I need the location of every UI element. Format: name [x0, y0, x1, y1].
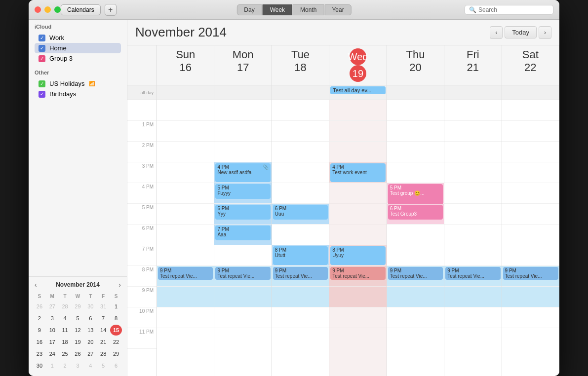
mini-cal-day[interactable]: 4	[59, 313, 71, 324]
mini-cal-day[interactable]: 13	[84, 325, 96, 336]
day-col-thu[interactable]: 5 PM Test group 😊... 6 PM Test Group3	[387, 100, 444, 376]
time-label-4pm: 4 PM	[127, 183, 157, 204]
view-month-button[interactable]: Month	[293, 4, 324, 15]
mini-cal-day[interactable]: 11	[59, 325, 71, 336]
mini-cal-day[interactable]: 12	[72, 325, 84, 336]
event-mon-yyy[interactable]: 6 PM Yyy	[214, 204, 271, 225]
event-mon-fuyyy[interactable]: 5 PM Fuyyy	[214, 183, 271, 204]
mini-cal-day[interactable]: 8	[110, 313, 122, 324]
mini-cal-day[interactable]: 26	[34, 301, 45, 312]
work-checkbox[interactable]: ✓	[39, 35, 45, 41]
mini-cal-day[interactable]: 27	[84, 348, 96, 359]
mini-cal-day[interactable]: 17	[46, 337, 58, 347]
us-holidays-checkbox[interactable]: ✓	[39, 80, 45, 87]
day-col-sun[interactable]: 9 PM Test repeat Vie...	[157, 100, 214, 376]
mini-cal-day[interactable]: 4	[84, 360, 96, 371]
event-fri-repeat[interactable]: 9 PM Test repeat Vie...	[444, 266, 501, 287]
mini-cal-day[interactable]: 22	[110, 337, 122, 347]
mini-cal-day[interactable]: 21	[97, 337, 109, 347]
all-day-wed[interactable]: Test all day ev...	[329, 85, 387, 100]
mini-cal-day[interactable]: 5	[97, 360, 109, 371]
home-checkbox[interactable]: ✓	[39, 45, 45, 52]
mini-cal-day[interactable]: 7	[97, 313, 109, 324]
mini-cal-day[interactable]: 1	[46, 360, 58, 371]
search-box[interactable]: 🔍	[465, 5, 553, 15]
day-col-sat[interactable]: 9 PM Test repeat Vie...	[502, 100, 559, 376]
mini-cal-day[interactable]: 28	[59, 301, 71, 312]
event-thu-repeat[interactable]: 9 PM Test repeat Vie...	[387, 266, 444, 287]
cal-prev-button[interactable]: ‹	[490, 26, 503, 39]
view-day-button[interactable]: Day	[236, 4, 262, 15]
mini-cal-day[interactable]: 10	[46, 325, 58, 336]
event-wed-testwork[interactable]: 4 PM Test work event	[329, 162, 386, 183]
mini-cal-day[interactable]: 26	[72, 348, 84, 359]
time-scroll-area[interactable]: 1 PM 2 PM 3 PM 4 PM 5 PM 6 PM 7 PM 8 PM …	[127, 100, 559, 376]
mini-cal-day[interactable]: 16	[34, 337, 45, 347]
mini-cal-prev[interactable]: ‹	[33, 281, 39, 289]
event-tue-repeat[interactable]: 9 PM Test repeat Vie...	[272, 266, 329, 287]
event-wed-uyuy[interactable]: 8 PM Uyuy	[329, 245, 386, 266]
mini-cal-day[interactable]: 1	[110, 301, 122, 312]
mini-cal-day[interactable]: 19	[72, 337, 84, 347]
day-col-mon[interactable]: 4 PM📎 New asdf asdfa 5 PM Fuyyy	[214, 100, 272, 376]
today-button[interactable]: Today	[505, 26, 537, 38]
mini-cal-day[interactable]: 30	[34, 360, 45, 371]
event-tue-uuu[interactable]: 6 PM Uuu	[272, 204, 329, 225]
mini-cal-day[interactable]: 31	[97, 301, 109, 312]
sidebar-item-us-holidays[interactable]: ✓ US Holidays 📶	[35, 78, 121, 89]
mini-cal-day[interactable]: 25	[59, 348, 71, 359]
event-tue-ututt[interactable]: 8 PM Ututt	[272, 245, 329, 266]
sidebar-item-birthdays[interactable]: ✓ Birthdays	[35, 89, 121, 99]
mini-cal-day[interactable]: 28	[97, 348, 109, 359]
mini-cal-day[interactable]: 6	[110, 360, 122, 371]
mini-cal-day[interactable]: 30	[84, 301, 96, 312]
mini-cal-day[interactable]: 2	[34, 313, 45, 324]
calendars-button[interactable]: Calendars	[61, 4, 101, 15]
add-calendar-button[interactable]: +	[105, 4, 117, 16]
mini-cal-day[interactable]: 6	[84, 313, 96, 324]
search-input[interactable]	[478, 6, 549, 13]
group3-checkbox[interactable]: ✓	[39, 55, 45, 62]
main-area: iCloud ✓ Work ✓ Home ✓ Group 3 Other ✓	[29, 20, 559, 376]
day-col-wed[interactable]: 4 PM Test work event 8 PM Uyuy	[329, 100, 387, 376]
group3-label: Group 3	[49, 55, 73, 62]
sidebar-item-work[interactable]: ✓ Work	[35, 33, 121, 43]
sidebar-item-group3[interactable]: ✓ Group 3	[35, 53, 121, 64]
icloud-section: iCloud ✓ Work ✓ Home ✓ Group 3	[29, 20, 127, 66]
birthdays-checkbox[interactable]: ✓	[39, 91, 45, 98]
event-mon-aaa[interactable]: 7 PM Aaa	[214, 225, 271, 245]
view-year-button[interactable]: Year	[324, 4, 351, 15]
mini-cal-day[interactable]: 3	[46, 313, 58, 324]
mini-cal-day[interactable]: 14	[97, 325, 109, 336]
minimize-button[interactable]	[44, 6, 51, 13]
mini-cal-day[interactable]: 3	[72, 360, 84, 371]
maximize-button[interactable]	[54, 6, 61, 13]
traffic-lights	[35, 6, 61, 13]
event-thu-testgroup3[interactable]: 6 PM Test Group3	[387, 204, 444, 225]
day-col-fri[interactable]: 9 PM Test repeat Vie...	[444, 100, 502, 376]
day-col-tue[interactable]: 6 PM Uuu 8 PM Ututt	[272, 100, 329, 376]
sidebar-item-home[interactable]: ✓ Home	[35, 43, 121, 53]
event-thu-testgroup[interactable]: 5 PM Test group 😊...	[387, 183, 444, 204]
mini-cal-day[interactable]: 29	[110, 348, 122, 359]
mini-cal-day[interactable]: 9	[34, 325, 45, 336]
mini-cal-day[interactable]: 20	[84, 337, 96, 347]
mini-cal-day[interactable]: 18	[59, 337, 71, 347]
mini-cal-day[interactable]: 23	[34, 348, 45, 359]
mini-cal-day[interactable]: 24	[46, 348, 58, 359]
all-day-event-test[interactable]: Test all day ev...	[330, 86, 385, 94]
close-button[interactable]	[35, 6, 41, 13]
mini-cal-day[interactable]: 27	[46, 301, 58, 312]
event-wed-repeat[interactable]: 9 PM Test repeat Vie...	[329, 266, 386, 287]
mini-cal-day[interactable]: 15	[110, 325, 122, 336]
cal-next-button[interactable]: ›	[539, 26, 551, 39]
mini-cal-day[interactable]: 5	[72, 313, 84, 324]
mini-cal-day[interactable]: 29	[72, 301, 84, 312]
view-week-button[interactable]: Week	[263, 4, 292, 15]
event-mon-repeat[interactable]: 9 PM Test repeat Vie...	[214, 266, 271, 287]
event-mon-newasdf[interactable]: 4 PM📎 New asdf asdfa	[214, 162, 271, 183]
mini-cal-day[interactable]: 2	[59, 360, 71, 371]
event-sun-repeat[interactable]: 9 PM Test repeat Vie...	[157, 266, 214, 287]
event-sat-repeat[interactable]: 9 PM Test repeat Vie...	[502, 266, 559, 287]
mini-cal-next[interactable]: ›	[117, 281, 123, 289]
